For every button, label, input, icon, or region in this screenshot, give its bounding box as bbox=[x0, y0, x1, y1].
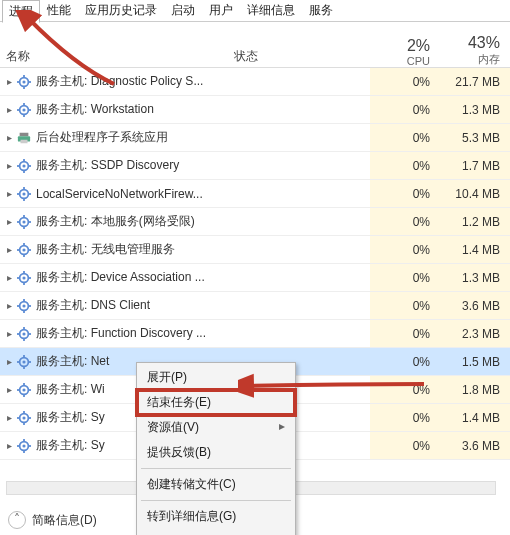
process-name-label: 服务主机: DNS Client bbox=[36, 297, 150, 314]
gear-icon bbox=[16, 354, 32, 370]
ctx-end-task[interactable]: 结束任务(E) bbox=[137, 390, 295, 415]
process-name-label: 服务主机: Sy bbox=[36, 409, 105, 426]
process-name-label: 服务主机: Workstation bbox=[36, 101, 154, 118]
tab-services[interactable]: 服务 bbox=[302, 0, 340, 22]
ctx-open-file-location[interactable]: 打开文件所在的位置(O) bbox=[137, 529, 295, 535]
fewer-details-toggle[interactable]: ˄ bbox=[8, 511, 26, 529]
process-memory-cell: 1.5 MB bbox=[440, 348, 510, 375]
tab-users[interactable]: 用户 bbox=[202, 0, 240, 22]
tab-performance[interactable]: 性能 bbox=[40, 0, 78, 22]
expand-toggle-icon[interactable]: ▸ bbox=[4, 440, 14, 451]
footer: ˄ 简略信息(D) bbox=[8, 511, 97, 529]
ctx-go-to-details[interactable]: 转到详细信息(G) bbox=[137, 504, 295, 529]
process-name-label: 服务主机: SSDP Discovery bbox=[36, 157, 179, 174]
svg-point-28 bbox=[22, 220, 25, 223]
process-memory-cell: 1.2 MB bbox=[440, 208, 510, 235]
column-header-memory[interactable]: 43% 内存 bbox=[440, 34, 510, 67]
tab-processes[interactable]: 进程 bbox=[2, 0, 40, 23]
expand-toggle-icon[interactable]: ▸ bbox=[4, 384, 14, 395]
tab-startup[interactable]: 启动 bbox=[164, 0, 202, 22]
process-name-cell: ▸服务主机: DNS Client bbox=[0, 297, 230, 314]
expand-toggle-icon[interactable]: ▸ bbox=[4, 300, 14, 311]
process-name-label: 服务主机: Net bbox=[36, 353, 109, 370]
process-name-cell: ▸服务主机: 无线电管理服务 bbox=[0, 241, 230, 258]
ctx-expand[interactable]: 展开(P) bbox=[137, 365, 295, 390]
expand-toggle-icon[interactable]: ▸ bbox=[4, 216, 14, 227]
expand-toggle-icon[interactable]: ▸ bbox=[4, 272, 14, 283]
process-name-cell: ▸后台处理程序子系统应用 bbox=[0, 129, 230, 146]
gear-icon bbox=[16, 214, 32, 230]
gear-icon bbox=[16, 74, 32, 90]
process-row[interactable]: ▸服务主机: Function Discovery ...0%2.3 MB bbox=[0, 320, 510, 348]
expand-toggle-icon[interactable]: ▸ bbox=[4, 188, 14, 199]
process-cpu-cell: 0% bbox=[370, 208, 440, 235]
process-memory-cell: 10.4 MB bbox=[440, 180, 510, 207]
process-row[interactable]: ▸服务主机: SSDP Discovery0%1.7 MB bbox=[0, 152, 510, 180]
ctx-separator bbox=[141, 468, 291, 469]
tab-bar: 进程 性能 应用历史记录 启动 用户 详细信息 服务 bbox=[0, 0, 510, 22]
process-row[interactable]: ▸后台处理程序子系统应用0%5.3 MB bbox=[0, 124, 510, 152]
process-memory-cell: 3.6 MB bbox=[440, 432, 510, 459]
process-cpu-cell: 0% bbox=[370, 348, 440, 375]
memory-total-percent: 43% bbox=[440, 34, 500, 52]
expand-toggle-icon[interactable]: ▸ bbox=[4, 160, 14, 171]
process-row[interactable]: ▸LocalServiceNoNetworkFirew...0%10.4 MB bbox=[0, 180, 510, 208]
gear-icon bbox=[16, 438, 32, 454]
process-memory-cell: 21.7 MB bbox=[440, 68, 510, 95]
expand-toggle-icon[interactable]: ▸ bbox=[4, 244, 14, 255]
column-header-cpu[interactable]: 2% CPU bbox=[370, 37, 440, 67]
expand-toggle-icon[interactable]: ▸ bbox=[4, 104, 14, 115]
process-memory-cell: 3.6 MB bbox=[440, 292, 510, 319]
expand-toggle-icon[interactable]: ▸ bbox=[4, 356, 14, 367]
expand-toggle-icon[interactable]: ▸ bbox=[4, 412, 14, 423]
process-cpu-cell: 0% bbox=[370, 320, 440, 347]
gear-icon bbox=[16, 270, 32, 286]
chevron-up-icon: ˄ bbox=[14, 512, 20, 526]
process-name-cell: ▸服务主机: SSDP Discovery bbox=[0, 157, 230, 174]
process-row[interactable]: ▸服务主机: Workstation0%1.3 MB bbox=[0, 96, 510, 124]
process-cpu-cell: 0% bbox=[370, 124, 440, 151]
expand-toggle-icon[interactable]: ▸ bbox=[4, 328, 14, 339]
ctx-feedback[interactable]: 提供反馈(B) bbox=[137, 440, 295, 465]
context-menu: 展开(P) 结束任务(E) 资源值(V) ▸ 提供反馈(B) 创建转储文件(C)… bbox=[136, 362, 296, 535]
svg-point-58 bbox=[22, 360, 25, 363]
expand-toggle-icon[interactable]: ▸ bbox=[4, 132, 14, 143]
tab-details[interactable]: 详细信息 bbox=[240, 0, 302, 22]
svg-point-7 bbox=[22, 108, 25, 111]
process-cpu-cell: 0% bbox=[370, 152, 440, 179]
process-cpu-cell: 0% bbox=[370, 180, 440, 207]
gear-icon bbox=[16, 102, 32, 118]
chevron-right-icon: ▸ bbox=[279, 419, 285, 433]
process-row[interactable]: ▸服务主机: 无线电管理服务0%1.4 MB bbox=[0, 236, 510, 264]
svg-point-46 bbox=[22, 304, 25, 307]
ctx-create-dump[interactable]: 创建转储文件(C) bbox=[137, 472, 295, 497]
process-row[interactable]: ▸服务主机: Device Association ...0%1.3 MB bbox=[0, 264, 510, 292]
process-cpu-cell: 0% bbox=[370, 68, 440, 95]
svg-point-1 bbox=[22, 80, 25, 83]
process-name-label: 服务主机: Function Discovery ... bbox=[36, 325, 206, 342]
svg-point-16 bbox=[22, 164, 25, 167]
process-row[interactable]: ▸服务主机: Diagnostic Policy S...0%21.7 MB bbox=[0, 68, 510, 96]
column-header-name[interactable]: 名称 bbox=[0, 44, 230, 67]
process-row[interactable]: ▸服务主机: DNS Client0%3.6 MB bbox=[0, 292, 510, 320]
process-row[interactable]: ▸服务主机: 本地服务(网络受限)0%1.2 MB bbox=[0, 208, 510, 236]
tab-app-history[interactable]: 应用历史记录 bbox=[78, 0, 164, 22]
gear-icon bbox=[16, 298, 32, 314]
process-name-cell: ▸服务主机: Device Association ... bbox=[0, 269, 230, 286]
ctx-resource-values[interactable]: 资源值(V) ▸ bbox=[137, 415, 295, 440]
process-memory-cell: 1.4 MB bbox=[440, 236, 510, 263]
svg-point-34 bbox=[22, 248, 25, 251]
svg-point-70 bbox=[22, 416, 25, 419]
column-header-status[interactable]: 状态 bbox=[230, 44, 370, 67]
expand-toggle-icon[interactable]: ▸ bbox=[4, 76, 14, 87]
process-name-label: 服务主机: Wi bbox=[36, 381, 105, 398]
svg-point-22 bbox=[22, 192, 25, 195]
process-name-cell: ▸服务主机: Diagnostic Policy S... bbox=[0, 73, 230, 90]
process-name-cell: ▸服务主机: Workstation bbox=[0, 101, 230, 118]
gear-icon bbox=[16, 326, 32, 342]
process-cpu-cell: 0% bbox=[370, 236, 440, 263]
process-name-cell: ▸LocalServiceNoNetworkFirew... bbox=[0, 186, 230, 202]
process-memory-cell: 2.3 MB bbox=[440, 320, 510, 347]
brief-info-label[interactable]: 简略信息(D) bbox=[32, 512, 97, 529]
process-memory-cell: 5.3 MB bbox=[440, 124, 510, 151]
